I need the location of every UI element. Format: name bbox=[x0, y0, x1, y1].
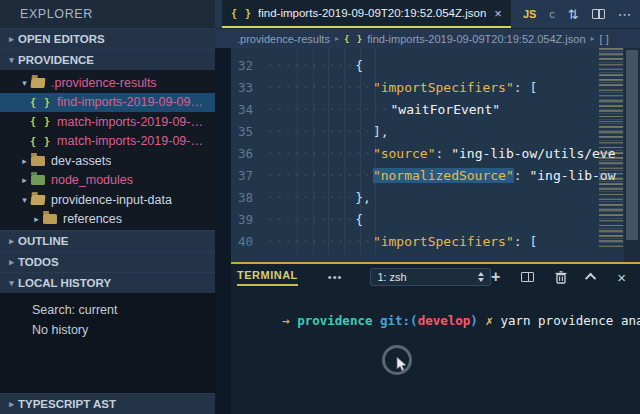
section-providence[interactable]: ▾ PROVIDENCE bbox=[0, 49, 215, 70]
code-line[interactable]: 36············"source": "ing-lib-ow/util… bbox=[215, 142, 640, 164]
code-line[interactable]: 35············], bbox=[215, 120, 640, 142]
dropdown-arrows-icon bbox=[478, 272, 484, 282]
tab-bar: { } find-imports-2019-09-09T20:19:52.054… bbox=[215, 0, 640, 28]
split-editor-icon[interactable] bbox=[592, 9, 605, 19]
code-token: "importSpecifiers" bbox=[373, 80, 514, 95]
section-typescript-ast[interactable]: ▸ TYPESCRIPT AST bbox=[0, 393, 215, 414]
code-line[interactable]: 40············"importSpecifiers": [ bbox=[215, 230, 640, 252]
close-panel-icon[interactable]: × bbox=[617, 269, 626, 286]
code-token: "ing-lib-ow/utils/eve bbox=[451, 146, 615, 161]
tree-item-label: providence-input-data bbox=[51, 193, 172, 207]
tree-item-label: match-imports-2019-09-09T... bbox=[57, 134, 207, 148]
folder-icon bbox=[31, 175, 45, 185]
code-line[interactable]: 33············"importSpecifiers": [ bbox=[215, 76, 640, 98]
chevron-right-icon: ▸ bbox=[5, 34, 18, 44]
js-badge-button[interactable]: JS bbox=[523, 8, 536, 20]
folder-icon bbox=[31, 156, 45, 166]
whitespace-dots: ············ bbox=[267, 169, 373, 182]
folder-icon bbox=[43, 214, 57, 224]
tree-item[interactable]: ▸references bbox=[0, 210, 215, 230]
section-label: PROVIDENCE bbox=[18, 54, 94, 66]
terminal-output[interactable]: → providence git:(develop) ✗ yarn provid… bbox=[215, 290, 640, 343]
breadcrumb-node[interactable]: [ ] bbox=[600, 33, 609, 45]
section-label: TODOS bbox=[18, 256, 59, 268]
chevron-right-icon: ▸ bbox=[5, 257, 18, 267]
close-tab-icon[interactable]: × bbox=[494, 6, 502, 21]
shell-select-value: 1: zsh bbox=[377, 271, 478, 283]
editor-scrollbar[interactable] bbox=[624, 48, 640, 262]
editor-group: { } find-imports-2019-09-09T20:19:52.054… bbox=[215, 0, 640, 414]
tree-item[interactable]: ▸dev-assets bbox=[0, 151, 215, 171]
section-outline[interactable]: ▸ OUTLINE bbox=[0, 230, 215, 251]
whitespace-dots: ············ bbox=[267, 147, 373, 160]
tab-label: find-imports-2019-09-09T20:19:52.054Z.js… bbox=[258, 7, 486, 19]
chevron-right-icon: ▸ bbox=[18, 156, 31, 166]
more-actions-icon[interactable]: ⋯ bbox=[618, 6, 633, 22]
split-terminal-icon[interactable] bbox=[521, 272, 534, 282]
code-editor[interactable]: 32··········{33············"importSpecif… bbox=[215, 48, 640, 262]
chevron-down-icon: ▾ bbox=[5, 55, 18, 65]
section-open-editors[interactable]: ▸ OPEN EDITORS bbox=[0, 28, 215, 49]
minimap[interactable] bbox=[599, 48, 623, 248]
code-token: { bbox=[355, 58, 363, 73]
chevron-down-icon: ▾ bbox=[18, 78, 31, 88]
terminal-shell-select[interactable]: 1: zsh bbox=[370, 268, 491, 286]
code-line[interactable]: 37············"normalizedSource": "ing-l… bbox=[215, 164, 640, 186]
trash-icon[interactable] bbox=[555, 271, 567, 284]
prompt-token: providence bbox=[297, 313, 380, 328]
prompt-token: ) bbox=[470, 313, 485, 328]
chevron-right-icon: ▸ bbox=[5, 236, 18, 246]
section-label: LOCAL HISTORY bbox=[18, 277, 111, 289]
code-lines[interactable]: 32··········{33············"importSpecif… bbox=[215, 48, 640, 252]
tree-item-label: .providence-results bbox=[51, 76, 157, 90]
tree-item-label: find-imports-2019-09-09T20... bbox=[57, 95, 207, 109]
maximize-panel-icon[interactable] bbox=[585, 273, 596, 284]
tree-item[interactable]: ▸node_modules bbox=[0, 171, 215, 191]
section-todos[interactable]: ▸ TODOS bbox=[0, 251, 215, 272]
file-tree: ▾.providence-results{ }find-imports-2019… bbox=[0, 70, 215, 230]
tree-item[interactable]: ▾providence-input-data bbox=[0, 190, 215, 210]
panel-actions: + × bbox=[491, 269, 626, 286]
tree-item[interactable]: { }match-imports-2019-09-09T... bbox=[0, 112, 215, 132]
explorer-sidebar: EXPLORER ▸ OPEN EDITORS ▾ PROVIDENCE ▾.p… bbox=[0, 0, 215, 414]
section-local-history[interactable]: ▾ LOCAL HISTORY bbox=[0, 272, 215, 293]
code-token: : bbox=[436, 146, 452, 161]
mouse-cursor-icon bbox=[396, 357, 408, 373]
tree-item[interactable]: { }match-imports-2019-09-09T... bbox=[0, 132, 215, 152]
code-line[interactable]: 39··········{ bbox=[215, 208, 640, 230]
whitespace-dots: ············ bbox=[267, 125, 373, 138]
code-line[interactable]: 38··········}, bbox=[215, 186, 640, 208]
breadcrumb-file[interactable]: find-imports-2019-09-09T20:19:52.054Z.js… bbox=[367, 33, 585, 45]
panel-more-icon[interactable]: ••• bbox=[328, 271, 343, 283]
code-line[interactable]: 34··············"waitForEvent" bbox=[215, 98, 640, 120]
chevron-down-icon: ▾ bbox=[5, 278, 18, 288]
new-terminal-icon[interactable]: + bbox=[491, 269, 500, 285]
tree-item-label: node_modules bbox=[51, 173, 133, 187]
tab-find-imports-json[interactable]: { } find-imports-2019-09-09T20:19:52.054… bbox=[222, 0, 511, 28]
sync-icon[interactable]: ⇅ bbox=[568, 7, 579, 22]
scrollbar-thumb[interactable] bbox=[626, 50, 638, 240]
prompt-token: git:( bbox=[380, 313, 418, 328]
local-history-status: No history bbox=[0, 320, 215, 340]
prompt-token: ✗ bbox=[485, 313, 500, 328]
shell-prompt: → providence git:(develop) ✗ yarn provid… bbox=[282, 313, 640, 328]
section-label: OPEN EDITORS bbox=[18, 33, 105, 45]
code-token: }, bbox=[355, 190, 371, 205]
code-token: "waitForEvent" bbox=[391, 102, 501, 117]
tree-item[interactable]: ▾.providence-results bbox=[0, 73, 215, 93]
whitespace-dots: ·············· bbox=[267, 103, 391, 116]
tab-terminal[interactable]: TERMINAL bbox=[237, 269, 298, 286]
panel-header: TERMINAL ••• 1: zsh + × bbox=[215, 264, 640, 290]
c-badge-button[interactable]: c bbox=[549, 8, 555, 20]
folder-icon bbox=[30, 78, 45, 88]
code-line[interactable]: 32··········{ bbox=[215, 54, 640, 76]
section-label: TYPESCRIPT AST bbox=[18, 398, 116, 410]
tree-item[interactable]: { }find-imports-2019-09-09T20... bbox=[0, 93, 215, 113]
editor-left-strip bbox=[215, 48, 231, 414]
tree-item-label: match-imports-2019-09-09T... bbox=[57, 115, 207, 129]
breadcrumb-folder[interactable]: .providence-results bbox=[237, 33, 330, 45]
code-token: : bbox=[514, 168, 530, 183]
json-file-icon: { } bbox=[344, 34, 363, 44]
click-indicator bbox=[382, 345, 412, 375]
whitespace-dots: ············ bbox=[267, 81, 373, 94]
